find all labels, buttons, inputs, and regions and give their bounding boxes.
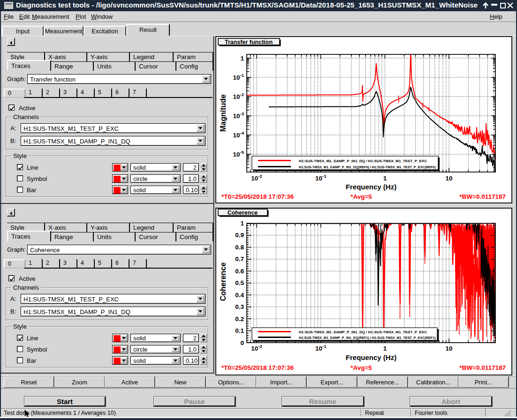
- svg-text:10-4: 10-4: [233, 130, 244, 139]
- svg-text:10-2: 10-2: [233, 92, 244, 100]
- svg-text:Coherence: Coherence: [219, 262, 227, 301]
- svg-text:10-1: 10-1: [315, 344, 327, 352]
- svg-text:Magnitude: Magnitude: [219, 94, 227, 132]
- svg-text:*T0=25/05/2018 17:07:36: *T0=25/05/2018 17:07:36: [221, 364, 294, 371]
- svg-text:*Avg=5: *Avg=5: [350, 364, 372, 371]
- svg-text:1: 1: [383, 175, 387, 182]
- svg-text:1: 1: [240, 55, 244, 62]
- svg-text:10-5: 10-5: [233, 150, 244, 158]
- svg-text:0.6: 0.6: [235, 268, 244, 275]
- svg-text:10-2: 10-2: [251, 173, 262, 182]
- svg-text:Frequency (Hz): Frequency (Hz): [346, 353, 396, 361]
- svg-text:H1:SUS-TMSX_M1_DAMP_P_IN1_DQ(R: H1:SUS-TMSX_M1_DAMP_P_IN1_DQ(REF1) / H1:…: [299, 336, 436, 340]
- svg-text:10-1: 10-1: [233, 73, 244, 81]
- svg-text:H1:SUS-TMSX_M1_DAMP_P_IN1_DQ(R: H1:SUS-TMSX_M1_DAMP_P_IN1_DQ(REF0) / H1:…: [299, 165, 436, 169]
- svg-text:Transfer function: Transfer function: [225, 39, 273, 45]
- svg-text:1: 1: [240, 220, 244, 227]
- svg-text:0.3: 0.3: [235, 303, 244, 310]
- svg-text:Coherence: Coherence: [228, 210, 258, 216]
- svg-text:0.1: 0.1: [235, 327, 244, 334]
- svg-text:10-2: 10-2: [251, 344, 262, 352]
- svg-text:1: 1: [383, 345, 387, 352]
- svg-text:0.8: 0.8: [235, 244, 244, 251]
- svg-text:0.7: 0.7: [235, 255, 244, 262]
- svg-text:H1:SUS-TMSX_M1_DAMP_P_IN1_DQ /: H1:SUS-TMSX_M1_DAMP_P_IN1_DQ / H1:SUS-TM…: [299, 159, 427, 163]
- svg-text:*T0=25/05/2018 17:07:36: *T0=25/05/2018 17:07:36: [221, 193, 294, 200]
- svg-text:10: 10: [446, 345, 453, 352]
- svg-text:*BW=0.0117187: *BW=0.0117187: [459, 364, 506, 371]
- svg-text:*Avg=5: *Avg=5: [350, 193, 372, 200]
- svg-text:0: 0: [240, 339, 244, 346]
- svg-text:10: 10: [446, 175, 453, 182]
- svg-text:0.4: 0.4: [235, 292, 244, 299]
- svg-text:10-1: 10-1: [315, 173, 327, 182]
- svg-text:0.2: 0.2: [235, 315, 244, 322]
- svg-text:10-3: 10-3: [233, 111, 244, 120]
- svg-text:0.5: 0.5: [235, 279, 244, 286]
- svg-text:0.9: 0.9: [235, 232, 244, 239]
- svg-text:*BW=0.0117187: *BW=0.0117187: [459, 193, 506, 200]
- svg-text:Frequency (Hz): Frequency (Hz): [346, 183, 396, 191]
- svg-text:H1:SUS-TMSX_M1_DAMP_P_IN1_DQ /: H1:SUS-TMSX_M1_DAMP_P_IN1_DQ / H1:SUS-TM…: [299, 330, 427, 334]
